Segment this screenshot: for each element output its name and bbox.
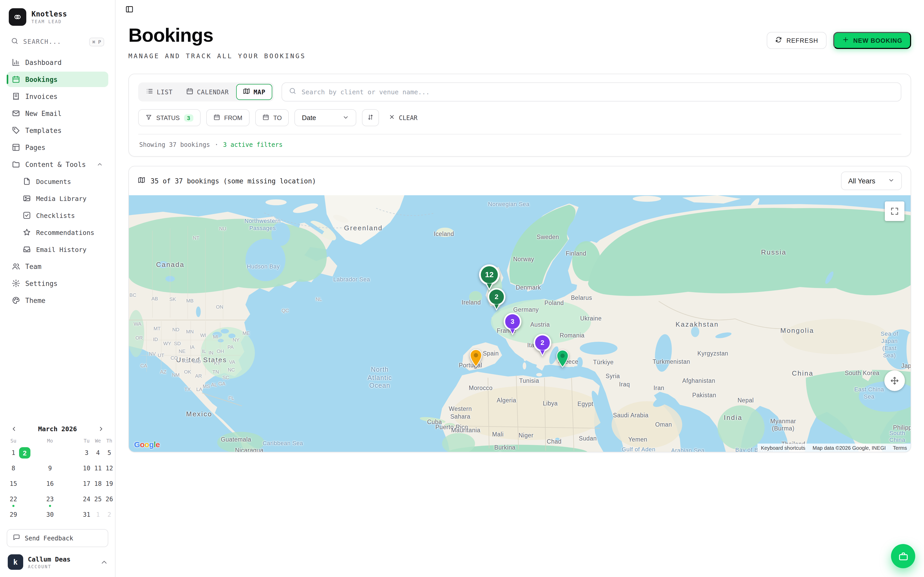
sidebar-item-templates[interactable]: Templates [7,122,108,138]
search-shortcut-badge: ⌘ P [89,37,104,46]
sidebar: Knotless TEAM LEAD SEARCH... ⌘ P Dashboa… [0,0,115,577]
calendar-day[interactable]: 2 [19,446,81,459]
map-pin-marker[interactable] [470,349,482,369]
svg-text:3: 3 [511,318,514,325]
results-summary: Showing 37 bookings · 3 active filters [138,134,901,156]
calendar-day[interactable]: 10 [81,462,92,474]
terms-link[interactable]: Terms [890,443,911,452]
mini-calendar: March 2026 SuMoTuWeThFrSa123456789101112… [7,421,108,524]
map-markers-layer: 12232 [129,195,911,452]
calendar-day-header: Mo [19,438,81,443]
map-cluster-marker[interactable]: 3 [503,311,523,337]
sidebar-item-invoices[interactable]: Invoices [7,89,108,104]
calendar-day[interactable]: 19 [103,477,115,490]
calendar-day-header: Su [8,438,19,443]
sidebar-item-pages[interactable]: Pages [7,140,108,155]
google-logo[interactable]: Google [134,440,160,449]
clear-filters-button[interactable]: CLEAR [389,114,417,122]
calendar-day[interactable]: 8 [8,462,19,474]
sidebar-item-settings[interactable]: Settings [7,276,108,291]
sidebar-toggle-button[interactable] [125,5,134,15]
sidebar-item-bookings[interactable]: Bookings [7,72,108,87]
map-pin-marker[interactable] [557,350,569,370]
calendar-day[interactable]: 23 [19,493,81,505]
calendar-day[interactable]: 11 [92,462,103,474]
sidebar-item-content-tools[interactable]: Content & Tools [7,156,108,172]
calendar-day[interactable]: 12 [103,462,115,474]
keyboard-shortcuts-link[interactable]: Keyboard shortcuts [757,443,809,452]
calendar-day[interactable]: 25 [92,493,103,505]
page-title: Bookings [128,25,306,47]
calendar-day[interactable]: 4 [92,446,103,459]
calendar-day[interactable]: 24 [81,493,92,505]
view-tabs: LIST CALENDAR MAP [138,82,274,102]
calendar-next-button[interactable] [96,424,106,434]
app-window: Knotless TEAM LEAD SEARCH... ⌘ P Dashboa… [0,0,924,577]
refresh-button[interactable]: REFRESH [767,32,826,49]
calendar-day-header: We [92,438,103,443]
user-menu[interactable]: k Callum Deas ACCOUNT [7,553,108,571]
year-filter-select[interactable]: All Years [841,172,902,190]
sidebar-item-dashboard[interactable]: Dashboard [7,55,108,70]
list-icon [146,88,153,96]
sidebar-item-team[interactable]: Team [7,259,108,274]
calendar-day-next-month[interactable]: 2 [103,508,115,521]
from-date-button[interactable]: FROM [206,109,250,126]
map-card: 35 of 37 bookings (some missing location… [128,166,911,452]
filter-icon [145,114,152,122]
calendar-day[interactable]: 3 [81,446,92,459]
sort-order-button[interactable] [362,109,379,126]
sidebar-item-media-library[interactable]: Media Library [7,191,108,206]
status-filter-button[interactable]: STATUS 3 [138,109,200,126]
sidebar-item-email-history[interactable]: Email History [7,242,108,257]
fab-new-booking-button[interactable] [891,544,915,568]
calendar-prev-button[interactable] [9,424,19,434]
sidebar-search[interactable]: SEARCH... ⌘ P [7,33,108,50]
sidebar-item-recommendations[interactable]: Recommendations [7,225,108,240]
calendar-day-header: Tu [81,438,92,443]
booking-search-field [281,82,901,102]
to-date-button[interactable]: TO [255,109,289,126]
calendar-day[interactable]: 9 [19,462,81,474]
calendar-day[interactable]: 18 [92,477,103,490]
map-cluster-marker[interactable]: 2 [486,287,506,313]
calendar-day[interactable]: 29 [8,508,19,521]
date-sort-select[interactable]: Date [295,109,357,126]
calendar-day[interactable]: 22 [8,493,19,505]
svg-text:2: 2 [494,293,498,300]
pan-control-button[interactable] [884,371,905,391]
new-booking-button[interactable]: NEW BOOKING [833,32,911,49]
tab-map[interactable]: MAP [236,84,272,100]
status-count-badge: 3 [184,114,193,121]
calendar-day[interactable]: 26 [103,493,115,505]
calendar-day[interactable]: 30 [19,508,81,521]
calendar-day[interactable]: 16 [19,477,81,490]
tab-list[interactable]: LIST [140,84,179,100]
calendar-month-label: March 2026 [38,425,77,432]
map-data-copyright: Map data ©2026 Google, INEGI [809,443,890,452]
map-icon [242,88,250,96]
map-canvas[interactable]: GreenlandCanadaUnited StatesMexicoRussia… [129,195,911,452]
sidebar-item-theme[interactable]: Theme [7,293,108,308]
avatar: k [8,554,23,570]
fullscreen-button[interactable] [885,201,905,221]
calendar-day[interactable]: 31 [81,508,92,521]
calendar-day[interactable]: 15 [8,477,19,490]
knotless-logo-icon [9,8,26,26]
sidebar-item-documents[interactable]: Documents [7,174,108,189]
search-icon [289,87,297,97]
new-booking-label: NEW BOOKING [853,37,902,44]
calendar-day[interactable]: 5 [103,446,115,459]
tab-calendar[interactable]: CALENDAR [180,84,235,100]
calendar-day[interactable]: 1 [8,446,19,459]
send-feedback-label: Send Feedback [25,535,73,542]
sidebar-item-checklists[interactable]: Checklists [7,208,108,223]
send-feedback-button[interactable]: Send Feedback [7,529,108,547]
calendar-icon [213,114,220,122]
calendar-day-next-month[interactable]: 1 [92,508,103,521]
app-name: Knotless [31,10,67,18]
booking-search-input[interactable] [302,88,894,96]
calendar-day[interactable]: 17 [81,477,92,490]
map-cluster-marker[interactable]: 2 [533,333,552,359]
sidebar-item-new-email[interactable]: New Email [7,106,108,121]
